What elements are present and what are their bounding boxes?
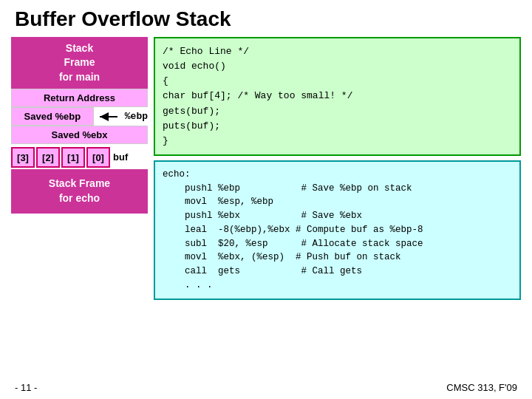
code-line-leal: leal -8(%ebp),%ebx # Compute buf as %ebp… (163, 225, 423, 235)
code-line-dots: . . . (163, 280, 213, 290)
buf-cell-2: [2] (36, 147, 60, 168)
right-column: /* Echo Line */ void echo() { char buf[4… (154, 37, 521, 300)
code-top-line6: puts(buf); (163, 120, 220, 132)
stack-frame-main: StackFramefor main (11, 37, 148, 89)
code-line-call-gets: call gets # Call gets (163, 266, 362, 276)
saved-ebp: Saved %ebp (11, 107, 94, 126)
code-top-line3: { (163, 75, 168, 86)
echo-label: echo: (163, 169, 191, 180)
saved-ebp-row: Saved %ebp %ebp (11, 107, 148, 126)
footer: - 11 - CMSC 313, F'09 (15, 382, 517, 393)
code-box-bottom: echo: pushl %ebp # Save %ebp on stack mo… (154, 160, 521, 300)
ebp-arrow: %ebp (97, 109, 148, 124)
code-line-movl-esp: movl %esp, %ebp (163, 197, 273, 207)
code-top-line5: gets(buf); (163, 106, 220, 117)
code-line-movl-ebx: movl %ebx, (%esp) # Push buf on stack (163, 252, 401, 262)
buf-cell-1: [1] (61, 147, 85, 168)
arrow-icon (97, 109, 120, 124)
buf-wrapper: [3] [2] [1] [0] buf (11, 146, 148, 168)
left-column: StackFramefor main Return Address Saved … (11, 37, 148, 300)
buf-label: buf (113, 151, 128, 163)
ebp-label: %ebp (125, 111, 148, 122)
stack-frame-echo: Stack Framefor echo (11, 169, 148, 214)
code-line-pushl-ebp: pushl %ebp # Save %ebp on stack (163, 183, 412, 194)
main-content: StackFramefor main Return Address Saved … (0, 37, 532, 300)
code-line-pushl-ebx: pushl %ebx # Save %ebx (163, 211, 362, 221)
code-top-line1: /* Echo Line */ (163, 46, 249, 57)
buf-cells-row: [3] [2] [1] [0] (11, 147, 110, 168)
footer-left: - 11 - (15, 382, 37, 393)
code-line-subl: subl $20, %esp # Allocate stack space (163, 239, 423, 249)
code-top-line2: void echo() (163, 61, 226, 72)
code-box-top: /* Echo Line */ void echo() { char buf[4… (154, 37, 521, 156)
buf-cell-3: [3] (11, 147, 35, 168)
return-address: Return Address (11, 89, 148, 107)
code-top-line4: char buf[4]; /* Way too small! */ (163, 90, 352, 101)
saved-ebx-row: Saved %ebx (11, 126, 148, 144)
code-top-line7: } (163, 135, 168, 146)
buf-cell-0: [0] (86, 147, 110, 168)
footer-right: CMSC 313, F'09 (446, 382, 517, 393)
page-title: Buffer Overflow Stack (0, 0, 532, 37)
saved-ebx: Saved %ebx (11, 126, 148, 144)
